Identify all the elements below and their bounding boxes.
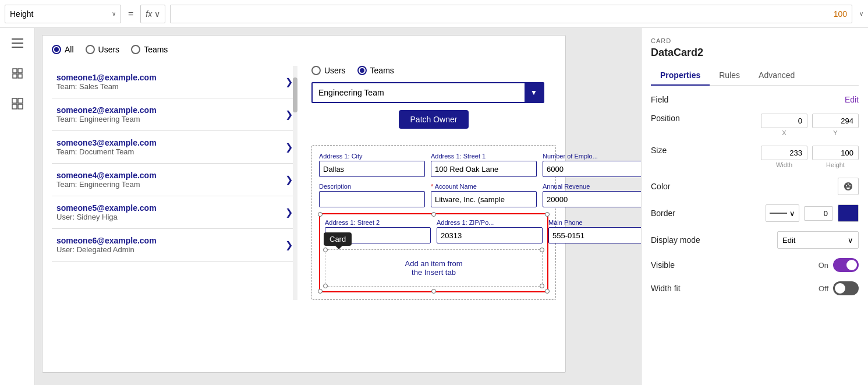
input-description[interactable] — [319, 191, 425, 207]
svg-rect-7 — [12, 98, 17, 103]
position-x-input[interactable] — [761, 114, 807, 128]
handle-tr[interactable] — [545, 212, 550, 217]
radio-users[interactable]: Users — [86, 45, 120, 54]
user-email: someone5@example.com — [56, 203, 157, 213]
list-item[interactable]: someone6@example.com User: Delegated Adm… — [52, 229, 297, 262]
width-fit-toggle[interactable] — [833, 281, 859, 295]
user-info: someone4@example.com Team: Engineering T… — [56, 171, 157, 189]
size-height-input[interactable] — [812, 146, 859, 160]
size-height-label: Height — [826, 161, 845, 168]
handle-bl[interactable] — [318, 289, 323, 294]
prop-size-label: Size — [651, 146, 697, 155]
tab-advanced[interactable]: Advanced — [749, 66, 804, 86]
prop-row-width-fit: Width fit Off — [651, 281, 859, 295]
input-address-city[interactable] — [319, 161, 425, 177]
list-item[interactable]: someone5@example.com User: Sidney Higa ❯ — [52, 196, 297, 229]
position-y-input[interactable] — [812, 114, 859, 128]
input-account-name[interactable] — [431, 191, 537, 207]
border-controls: ∨ — [766, 204, 859, 222]
svg-rect-4 — [18, 69, 22, 73]
display-mode-select[interactable]: Edit ∨ — [777, 231, 859, 249]
sidebar-icon-layers[interactable] — [7, 63, 28, 84]
height-dropdown[interactable]: Height ∨ — [5, 5, 121, 23]
input-num-employees[interactable] — [543, 161, 641, 177]
user-email: someone3@example.com — [56, 138, 157, 147]
size-inputs: Width Height — [761, 146, 859, 168]
radio-form-users[interactable]: Users — [311, 66, 346, 75]
prop-row-color: Color — [651, 178, 859, 195]
input-annual-revenue[interactable] — [543, 191, 641, 207]
visible-toggle[interactable] — [833, 258, 859, 272]
handle-inner-bl[interactable] — [323, 284, 328, 288]
radio-all-circle — [52, 45, 61, 54]
scrollbar-track[interactable] — [293, 66, 297, 300]
user-team: Team: Engineering Team — [56, 180, 157, 189]
prop-field-edit[interactable]: Edit — [845, 95, 859, 104]
user-list: someone1@example.com Team: Sales Team ❯ … — [52, 66, 297, 300]
border-color-picker[interactable] — [838, 204, 859, 222]
list-item[interactable]: someone2@example.com Team: Engineering T… — [52, 98, 297, 131]
border-style-chevron: ∨ — [789, 209, 795, 218]
list-item[interactable]: someone4@example.com Team: Engineering T… — [52, 164, 297, 196]
engineering-team-dropdown[interactable]: Engineering Team ▼ — [311, 82, 544, 103]
border-width-input[interactable] — [804, 206, 833, 221]
field-label-num-employees: Number of Emplo... — [543, 153, 641, 160]
input-main-phone[interactable] — [548, 227, 641, 243]
input-zip[interactable] — [437, 227, 543, 243]
fx-box[interactable]: fx ∨ — [140, 5, 165, 23]
field-main-phone: Main Phone — [548, 219, 641, 243]
chevron-right-icon: ❯ — [285, 76, 293, 87]
visible-toggle-knob — [846, 260, 857, 270]
formula-bar[interactable]: 100 — [170, 5, 852, 23]
width-fit-off-label: Off — [819, 284, 828, 293]
tab-rules[interactable]: Rules — [710, 66, 749, 86]
prop-row-display-mode: Display mode Edit ∨ — [651, 231, 859, 249]
border-style-select[interactable]: ∨ — [766, 204, 799, 222]
radio-form-teams[interactable]: Teams — [357, 66, 394, 75]
color-picker[interactable] — [838, 178, 859, 195]
handle-br[interactable] — [545, 289, 550, 294]
handle-bm[interactable] — [431, 289, 436, 294]
sidebar-icon-components[interactable] — [7, 93, 28, 114]
input-address-street1[interactable] — [431, 161, 537, 177]
user-info: someone1@example.com Team: Sales Team — [56, 73, 157, 91]
handle-inner-br[interactable] — [540, 284, 544, 288]
color-picker-icon — [844, 182, 853, 191]
patch-owner-button[interactable]: Patch Owner — [399, 110, 469, 129]
field-description: Description — [319, 183, 425, 207]
list-item[interactable]: someone1@example.com Team: Sales Team ❯ — [52, 66, 297, 98]
svg-rect-10 — [18, 104, 23, 109]
handle-inner-tr[interactable] — [540, 248, 544, 252]
scrollbar-thumb[interactable] — [293, 77, 297, 112]
list-item[interactable]: someone3@example.com Team: Document Team… — [52, 131, 297, 164]
row3-grid: Address 1: Street 2 Address 1: ZIP/Po...… — [325, 219, 543, 243]
handle-tm[interactable] — [431, 212, 436, 217]
fx-chevron: ∨ — [154, 9, 160, 19]
field-label-main-phone: Main Phone — [548, 219, 641, 226]
selected-card[interactable]: Address 1: Street 2 Address 1: ZIP/Po...… — [319, 213, 548, 292]
tab-properties[interactable]: Properties — [651, 66, 710, 86]
user-info: someone6@example.com User: Delegated Adm… — [56, 236, 157, 254]
canvas-panel: All Users Teams someone1@example.c — [42, 35, 566, 373]
dropdown-value: Engineering Team — [318, 88, 384, 97]
sidebar-icon-menu[interactable] — [7, 33, 28, 54]
radio-users-circle — [86, 45, 95, 54]
radio-users-label: Users — [98, 45, 120, 54]
chevron-right-icon: ❯ — [285, 207, 293, 218]
chevron-right-icon: ❯ — [285, 142, 293, 153]
handle-inner-tl[interactable] — [323, 248, 328, 252]
svg-rect-9 — [12, 104, 17, 109]
size-width-input[interactable] — [761, 146, 807, 160]
radio-all[interactable]: All — [52, 45, 74, 54]
field-address-street1: Address 1: Street 1 — [431, 153, 537, 177]
handle-tl[interactable] — [318, 212, 323, 217]
chevron-right-icon: ❯ — [285, 174, 293, 185]
radio-teams[interactable]: Teams — [131, 45, 168, 54]
field-account-name: Account Name — [431, 183, 537, 207]
visible-on-label: On — [819, 261, 828, 270]
properties-panel: CARD DataCard2 Properties Rules Advanced… — [641, 28, 868, 385]
svg-rect-1 — [12, 43, 23, 44]
prop-row-field: Field Edit — [651, 95, 859, 104]
panel-title: DataCard2 — [651, 47, 859, 59]
field-address-city: Address 1: City — [319, 153, 425, 177]
